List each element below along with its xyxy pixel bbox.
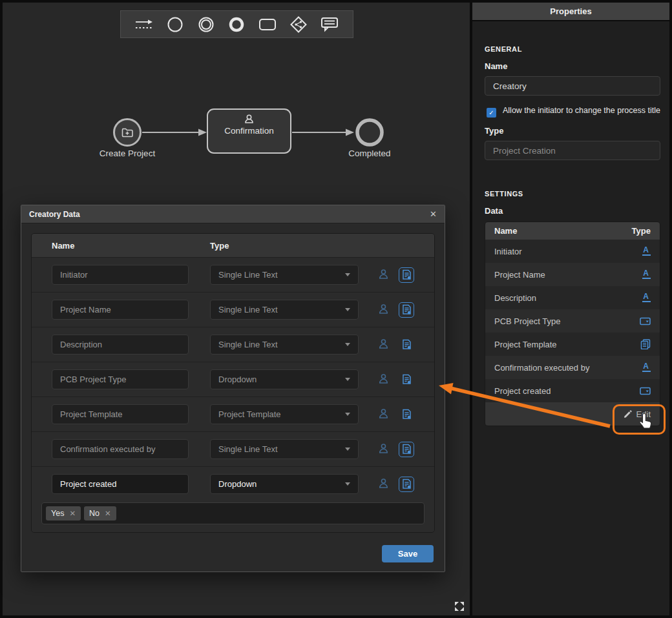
end-event-tool-icon[interactable] <box>224 13 249 36</box>
field-type-select[interactable]: Single Line Text <box>210 439 359 459</box>
dropdown-type-icon <box>640 387 651 395</box>
assignee-person-icon[interactable] <box>378 408 389 421</box>
process-canvas[interactable]: Create Project Confirmation Completed <box>3 3 470 615</box>
assignee-person-icon[interactable] <box>378 304 389 316</box>
sequence-flow-2[interactable] <box>292 129 354 136</box>
assignee-person-icon[interactable] <box>378 338 389 351</box>
sequence-flow-1[interactable] <box>142 129 207 136</box>
edit-button[interactable]: Edit <box>624 409 651 419</box>
confirmation-task-node[interactable]: Confirmation <box>207 109 291 153</box>
data-item-row[interactable]: Confirmation executed byA <box>485 356 660 379</box>
remove-tag-icon[interactable]: ✕ <box>105 509 111 518</box>
chevron-down-icon <box>345 482 350 486</box>
column-header-name: Name <box>494 226 517 236</box>
field-type-select[interactable]: Single Line Text <box>210 300 359 320</box>
data-item-row[interactable]: PCB Project Type <box>485 309 660 333</box>
data-item-row[interactable]: Project NameA <box>485 263 660 286</box>
assignee-person-icon[interactable] <box>378 443 389 456</box>
assignee-person-icon[interactable] <box>378 269 389 282</box>
assignee-person-icon[interactable] <box>378 478 389 491</box>
field-type-value: Dropdown <box>218 375 257 384</box>
data-field-row: Single Line Text <box>32 292 434 327</box>
field-type-select[interactable]: Single Line Text <box>210 265 359 285</box>
field-name-input[interactable] <box>52 474 189 494</box>
dialog-data-table: Name Type Single Line Text Single Line T… <box>31 233 435 533</box>
field-type-value: Project Template <box>218 409 281 419</box>
data-table-label: Data <box>485 206 660 216</box>
data-item-row[interactable]: Project created <box>485 379 660 402</box>
document-visibility-icon[interactable] <box>399 267 414 283</box>
initiator-title-checkbox-row: ✓Allow the initiator to change the proce… <box>485 105 660 118</box>
field-name-input[interactable] <box>52 369 189 389</box>
document-visibility-icon[interactable] <box>399 302 414 318</box>
option-tag: No✕ <box>84 506 116 520</box>
field-type-value: Single Line Text <box>218 305 278 314</box>
field-type-select[interactable]: Single Line Text <box>210 335 359 355</box>
field-type-select[interactable]: Dropdown <box>210 474 359 494</box>
data-field-row: Dropdown <box>32 362 434 397</box>
properties-panel: Properties GENERAL Name ✓Allow the initi… <box>472 3 669 615</box>
chevron-down-icon <box>345 308 350 311</box>
data-item-name: Project Template <box>494 340 557 349</box>
type-field-label: Type <box>485 126 660 136</box>
gateway-tool-icon[interactable] <box>286 13 311 36</box>
chevron-down-icon <box>345 343 350 346</box>
column-header-type: Type <box>632 226 651 236</box>
creatory-data-dialog: Creatory Data ✕ Name Type Single Line Te… <box>21 205 445 572</box>
remove-tag-icon[interactable]: ✕ <box>69 509 76 518</box>
document-visibility-icon[interactable] <box>399 407 414 422</box>
process-name-input[interactable] <box>485 76 660 96</box>
field-type-select[interactable]: Project Template <box>210 404 359 424</box>
data-item-row[interactable]: DescriptionA <box>485 286 660 309</box>
data-item-name: Initiator <box>494 247 522 256</box>
task-tool-icon[interactable] <box>255 13 280 36</box>
close-icon[interactable]: ✕ <box>430 210 437 218</box>
field-type-select[interactable]: Dropdown <box>210 369 359 389</box>
assignee-person-icon[interactable] <box>378 373 389 386</box>
name-field-label: Name <box>485 61 660 71</box>
column-header-name: Name <box>52 241 210 251</box>
end-event-node[interactable] <box>357 120 382 145</box>
task-label: Confirmation <box>224 126 274 136</box>
chevron-down-icon <box>345 273 350 276</box>
data-field-row: Single Line Text <box>32 257 434 292</box>
data-field-row: Project Template <box>32 397 434 431</box>
data-item-row[interactable]: InitiatorA <box>485 240 660 263</box>
start-event-node[interactable] <box>114 119 141 146</box>
workflow-diagram: Create Project Confirmation Completed <box>90 103 414 168</box>
document-visibility-icon[interactable] <box>399 372 414 387</box>
dropdown-type-icon <box>640 317 651 325</box>
field-name-input[interactable] <box>52 265 189 285</box>
annotation-tool-icon[interactable] <box>317 13 342 36</box>
general-section-heading: GENERAL <box>485 45 660 53</box>
field-name-input[interactable] <box>52 335 189 355</box>
intermediate-event-tool-icon[interactable] <box>193 13 219 36</box>
document-visibility-icon[interactable] <box>399 337 414 353</box>
data-item-row[interactable]: Project Template <box>485 333 660 356</box>
document-visibility-icon[interactable] <box>399 477 414 492</box>
start-event-tool-icon[interactable] <box>162 13 188 36</box>
palette-toolbar <box>120 10 353 38</box>
document-visibility-icon[interactable] <box>399 442 414 457</box>
field-name-input[interactable] <box>52 404 189 424</box>
field-name-input[interactable] <box>52 300 189 320</box>
table-header-row: Name Type <box>485 222 660 240</box>
properties-panel-title: Properties <box>472 3 669 21</box>
field-name-input[interactable] <box>52 439 189 459</box>
field-type-value: Dropdown <box>218 479 257 489</box>
chevron-down-icon <box>345 448 350 451</box>
sequence-flow-tool-icon[interactable] <box>131 13 157 36</box>
data-item-name: Project created <box>494 386 551 396</box>
fit-viewport-icon[interactable] <box>454 601 465 612</box>
process-type-input[interactable] <box>485 141 660 160</box>
field-type-value: Single Line Text <box>218 444 278 454</box>
save-button[interactable]: Save <box>382 545 434 562</box>
data-item-name: Confirmation executed by <box>494 363 589 373</box>
end-event-label: Completed <box>348 149 390 158</box>
pencil-icon <box>624 410 632 418</box>
data-field-row: Single Line Text <box>32 431 434 466</box>
chevron-down-icon <box>345 378 350 381</box>
dialog-titlebar[interactable]: Creatory Data ✕ <box>21 205 445 223</box>
checkbox-checked-icon[interactable]: ✓ <box>487 108 496 118</box>
dropdown-options-field[interactable]: Yes✕No✕ <box>41 502 425 524</box>
